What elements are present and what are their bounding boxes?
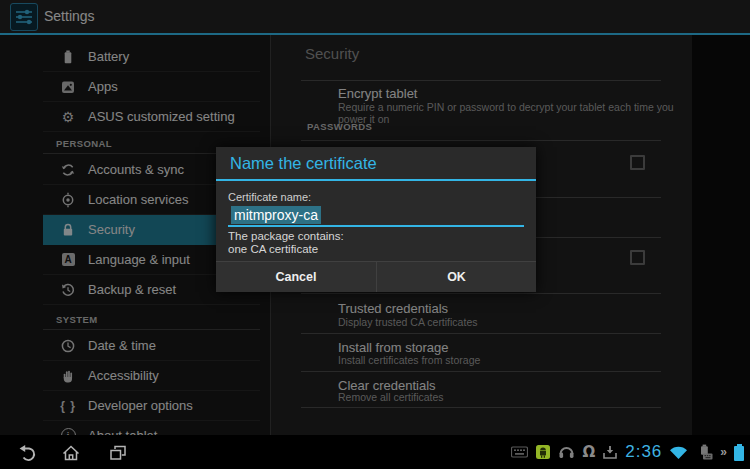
recent-apps-button[interactable]	[107, 443, 129, 462]
status-clock: 2:36	[625, 442, 662, 462]
cancel-button[interactable]: Cancel	[216, 262, 376, 292]
home-button[interactable]	[60, 443, 82, 462]
package-contains-line: The package contains:	[228, 230, 524, 243]
install-tray-icon	[602, 444, 618, 460]
certificate-name-value[interactable]: mitmproxy-ca	[231, 206, 321, 224]
dialog-title: Name the certificate	[216, 147, 536, 179]
battery-status-icon	[734, 446, 744, 461]
dock-battery-icon	[695, 444, 713, 460]
back-button[interactable]	[15, 443, 37, 462]
dialog-button-bar: Cancel OK	[216, 261, 536, 292]
system-navigation-bar: Ω 2:36 »	[0, 435, 750, 469]
recents-icon	[108, 444, 128, 462]
package-content-line: one CA certificate	[228, 243, 524, 256]
certificate-name-label: Certificate name:	[228, 191, 524, 203]
wifi-icon	[669, 445, 688, 460]
headphones-icon: Ω	[582, 443, 595, 461]
back-icon	[16, 444, 36, 462]
home-icon	[61, 444, 81, 462]
android-debug-icon	[535, 444, 551, 460]
status-icon-cluster[interactable]: Ω 2:36 »	[511, 435, 744, 469]
ok-button[interactable]: OK	[376, 262, 536, 292]
keyboard-icon	[511, 446, 528, 458]
dialog-title-rule	[216, 179, 536, 181]
chevron-expand-icon: »	[720, 445, 727, 459]
certificate-name-input[interactable]: mitmproxy-ca	[228, 205, 524, 227]
tablet-screen: Settings Battery Apps ⚙ ASUS customized …	[0, 0, 750, 469]
headset-icon	[558, 444, 575, 460]
name-certificate-dialog: Name the certificate Certificate name: m…	[216, 147, 536, 292]
